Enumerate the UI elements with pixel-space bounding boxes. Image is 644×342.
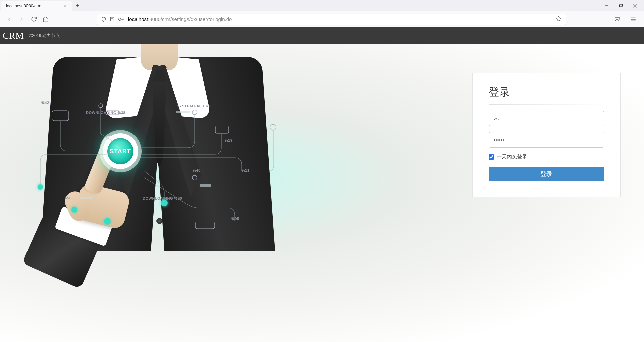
menu-icon[interactable]	[629, 15, 638, 24]
username-input[interactable]	[489, 111, 604, 126]
browser-tab[interactable]: localhost:8080/crm ×	[1, 1, 72, 11]
window-controls	[598, 0, 644, 11]
url-text: localhost:8080/crm/settings/qx/user/toLo…	[128, 16, 552, 22]
back-icon[interactable]	[5, 15, 14, 24]
login-button[interactable]: 登录	[489, 167, 604, 181]
login-panel: 登录 十天内免登录 登录	[472, 73, 621, 197]
permissions-icon[interactable]	[118, 17, 125, 22]
maximize-icon[interactable]	[619, 3, 623, 8]
browser-toolbar: localhost:8080/crm/settings/qx/user/toLo…	[0, 11, 644, 27]
minimize-icon[interactable]	[604, 3, 609, 8]
start-label: START	[110, 148, 131, 155]
brand-text: CRM	[3, 30, 24, 41]
toolbar-right	[612, 15, 639, 24]
tab-close-icon[interactable]: ×	[62, 3, 68, 9]
svg-point-30	[270, 124, 276, 130]
pocket-icon[interactable]	[612, 15, 622, 24]
remember-label: 十天内免登录	[497, 154, 527, 160]
main-area: START %42 %56 DOWNLOADING %38 SYSTEM FAI…	[0, 44, 644, 342]
browser-tab-bar: localhost:8080/crm × +	[0, 0, 644, 11]
remember-row[interactable]: 十天内免登录	[489, 154, 604, 160]
start-badge: START	[103, 133, 138, 169]
login-title: 登录	[489, 85, 604, 105]
page-info-icon[interactable]	[110, 17, 115, 22]
remember-checkbox[interactable]	[489, 154, 494, 160]
password-input[interactable]	[489, 132, 604, 148]
svg-rect-1	[620, 5, 622, 7]
svg-marker-12	[556, 16, 561, 21]
bookmark-star-icon[interactable]	[556, 16, 562, 23]
close-icon[interactable]	[633, 3, 637, 8]
shield-icon[interactable]	[101, 17, 106, 22]
app-header: CRM ©2019 动力节点	[0, 27, 644, 44]
forward-icon[interactable]	[17, 15, 26, 24]
reload-icon[interactable]	[29, 15, 38, 24]
new-tab-icon[interactable]: +	[72, 2, 84, 9]
copyright-text: ©2019 动力节点	[29, 33, 60, 39]
home-icon[interactable]	[41, 15, 50, 24]
svg-point-8	[118, 18, 121, 20]
tab-title: localhost:8080/crm	[6, 4, 60, 8]
svg-rect-2	[620, 4, 623, 6]
address-bar[interactable]: localhost:8080/crm/settings/qx/user/toLo…	[97, 14, 566, 25]
